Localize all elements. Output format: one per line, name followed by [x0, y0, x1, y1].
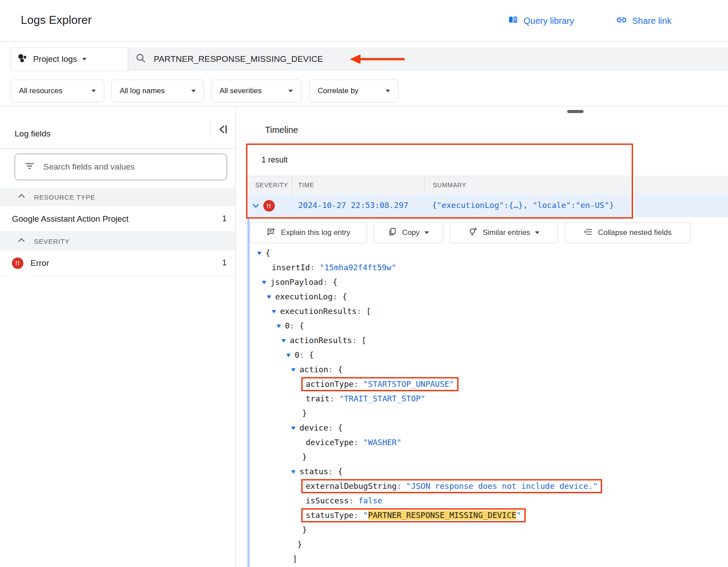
collapse-nested-fields-button[interactable]: Collapse nested fields	[565, 222, 690, 243]
json-line: ]	[239, 552, 726, 566]
json-line: {	[239, 246, 726, 260]
share-link-label: Share link	[632, 16, 671, 26]
highlighted-match: PARTNER_RESPONSE_MISSING_DEVICE	[368, 510, 516, 520]
filter-all-severities[interactable]: All severities	[211, 79, 301, 102]
json-value: false	[358, 496, 382, 505]
error-severity-icon: !!	[12, 257, 23, 269]
expanded-entry-indicator-bar	[247, 196, 250, 567]
expand-triangle-icon[interactable]	[291, 470, 296, 474]
filter-correlate-by[interactable]: Correlate by	[309, 79, 398, 102]
json-line: actionResults: [	[239, 333, 726, 348]
annotation-box: externalDebugString: "JSON response does…	[301, 479, 602, 493]
resource-row-google-assistant[interactable]: Google Assistant Action Project 1	[0, 206, 235, 232]
button-label: Similar entries	[483, 228, 531, 237]
chevron-down-icon	[191, 90, 196, 92]
copy-button[interactable]: Copy	[374, 222, 443, 243]
chevron-down-icon	[425, 231, 429, 234]
filter-label: All resources	[19, 87, 62, 95]
chevron-down-icon	[386, 90, 390, 92]
filter-all-log-names[interactable]: All log names	[111, 79, 204, 102]
collapse-fields-icon	[584, 227, 593, 239]
expand-triangle-icon[interactable]	[262, 281, 266, 284]
expand-triangle-icon[interactable]	[257, 252, 262, 255]
explain-icon	[266, 227, 276, 239]
collapse-panel-icon[interactable]	[217, 123, 230, 138]
section-resource-type[interactable]: RESOURCE TYPE	[0, 188, 235, 206]
resource-count: 1	[222, 214, 227, 223]
json-key: actionType	[306, 379, 353, 389]
bulb-sparkle-icon	[468, 227, 478, 239]
expand-triangle-icon[interactable]	[281, 339, 286, 343]
json-key: trait	[306, 394, 330, 403]
json-key: 0	[285, 321, 290, 330]
column-divider	[425, 176, 425, 195]
json-key: executionLog	[275, 292, 333, 301]
entry-time: 2024-10-27 22:53:08.297	[298, 200, 408, 210]
similar-entries-button[interactable]: Similar entries	[450, 222, 558, 243]
query-search-input[interactable]: PARTNER_RESPONSE_MISSING_DEVICE	[128, 47, 728, 71]
json-key: isSuccess	[306, 496, 349, 505]
results-table-header: SEVERITY TIME SUMMARY	[247, 176, 632, 194]
filter-label: All severities	[220, 87, 262, 95]
search-icon	[135, 53, 147, 66]
log-entry-json: { insertId: "15mha92f4ft59w" jsonPayload…	[239, 246, 726, 566]
json-key: externalDebugString	[306, 481, 397, 491]
expand-triangle-icon[interactable]	[291, 427, 296, 430]
filter-label: All log names	[120, 87, 165, 95]
severity-count: 1	[222, 258, 227, 268]
table-header-extension	[634, 176, 728, 194]
button-label: Collapse nested fields	[598, 228, 671, 237]
section-label: SEVERITY	[34, 238, 70, 245]
json-key: deviceType	[306, 438, 353, 447]
json-line: trait: "TRAIT_START_STOP"	[239, 391, 726, 406]
expand-triangle-icon[interactable]	[277, 325, 281, 328]
expand-triangle-icon[interactable]	[272, 310, 276, 314]
book-icon	[507, 15, 519, 27]
severity-row-error[interactable]: !! Error 1	[0, 250, 235, 276]
explain-log-entry-button[interactable]: Explain this log entry	[250, 222, 367, 243]
json-key: status	[300, 467, 328, 476]
annotation-box: actionType: "STARTSTOP_UNPAUSE"	[301, 377, 459, 391]
col-summary: SUMMARY	[433, 181, 466, 189]
filter-icon	[24, 160, 35, 174]
query-text: PARTNER_RESPONSE_MISSING_DEVICE	[154, 54, 323, 64]
annotation-box: statusType: "PARTNER_RESPONSE_MISSING_DE…	[301, 508, 526, 522]
json-value: "JSON response does not include device."	[406, 481, 598, 491]
expand-triangle-icon[interactable]	[291, 368, 296, 372]
fields-search-input[interactable]: Search fields and values	[15, 154, 227, 180]
log-entry-row[interactable]: !! 2024-10-27 22:53:08.297 {"executionLo…	[247, 194, 632, 217]
result-count: 1 result	[262, 155, 288, 165]
expand-triangle-icon[interactable]	[286, 354, 291, 357]
sidebar-divider	[235, 106, 236, 567]
json-line: executionLog: {	[239, 289, 726, 304]
json-value: "STARTSTOP_UNPAUSE"	[363, 379, 454, 389]
json-value: "15mha92f4ft59w"	[319, 263, 396, 272]
query-library-button[interactable]: Query library	[507, 15, 574, 27]
error-severity-icon: !!	[263, 200, 275, 212]
chevron-down-icon	[535, 231, 539, 234]
json-key: jsonPayload	[270, 277, 323, 287]
chevron-down-icon[interactable]	[251, 201, 261, 212]
filter-all-resources[interactable]: All resources	[11, 79, 104, 102]
json-line: jsonPayload: {	[239, 275, 726, 289]
log-fields-title: Log fields	[15, 129, 50, 139]
json-key: statusType	[306, 510, 353, 520]
column-divider	[292, 176, 292, 195]
result-row-extension[interactable]	[634, 194, 728, 217]
json-line: 0: {	[239, 348, 726, 362]
query-panel-drag-handle[interactable]	[567, 110, 584, 113]
share-link-button[interactable]: Share link	[615, 15, 671, 27]
divider	[210, 120, 211, 140]
json-value: "WASHER"	[363, 438, 402, 447]
json-line: }	[239, 450, 726, 464]
section-label: RESOURCE TYPE	[34, 193, 95, 201]
log-scope-selector[interactable]: Project logs	[11, 47, 128, 71]
expand-triangle-icon[interactable]	[267, 295, 271, 299]
json-line: }	[239, 522, 726, 537]
page-title: Logs Explorer	[21, 13, 91, 27]
chevron-down-icon	[91, 90, 96, 92]
json-key: action	[300, 365, 328, 374]
section-severity[interactable]: SEVERITY	[0, 232, 235, 250]
filter-label: Correlate by	[318, 87, 359, 95]
divider	[0, 148, 235, 149]
